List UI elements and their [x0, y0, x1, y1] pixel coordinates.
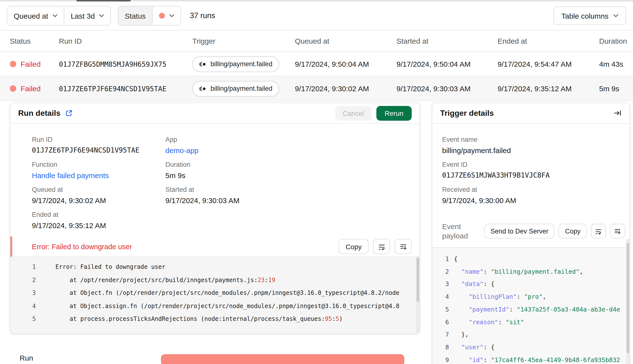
copy-error-button[interactable]: Copy	[339, 239, 368, 254]
field-duration: Duration 5m 9s	[165, 160, 420, 180]
payload-scrollbar-thumb[interactable]	[626, 243, 629, 353]
failed-dot-icon	[10, 61, 16, 67]
stack-trace-scrollbar-thumb[interactable]	[416, 258, 419, 302]
queued-at-cell: 9/17/2024, 9:30:02 AM	[295, 84, 396, 93]
run-details-title: Run details	[18, 109, 60, 118]
table-columns-label: Table columns	[561, 12, 608, 20]
external-link-icon[interactable]	[65, 110, 72, 117]
word-wrap-toggle-button[interactable]	[373, 239, 390, 254]
run-id-cell: 01J7ZFBG5DMM85MJA9H659JX75	[59, 60, 192, 68]
collapse-panel-icon[interactable]	[613, 109, 622, 117]
col-header-started-at: Started at	[396, 37, 498, 45]
error-title: Error: Failed to downgrade user	[32, 242, 132, 250]
event-badge-label: billing/payment.failed	[210, 85, 272, 92]
failed-status-dot-icon	[159, 13, 165, 19]
status-cell: Failed	[10, 84, 59, 93]
col-header-ended-at: Ended at	[498, 37, 599, 45]
status-text: Failed	[20, 60, 41, 68]
run-details-header: Run details Cancel Rerun	[10, 103, 420, 124]
status-filter-label-segment: Status	[118, 6, 152, 25]
word-wrap-icon	[595, 228, 602, 235]
event-pulse-icon	[199, 61, 206, 67]
col-header-status: Status	[10, 37, 59, 45]
field-started-at: Started at 9/17/2024, 9:30:03 AM	[165, 186, 420, 206]
status-filter-group: Status	[118, 6, 181, 26]
status-filter-dropdown[interactable]	[152, 6, 180, 25]
field-received-at: Received at 9/17/2024, 9:30:00 AM	[442, 186, 630, 206]
horizontal-scrollbar[interactable]	[0, 0, 633, 2]
event-badge: billing/payment.failed	[192, 56, 279, 72]
run-details-panel: Run details Cancel Rerun Run ID 01J7ZE6T…	[10, 102, 420, 334]
status-filter-label: Status	[125, 12, 146, 20]
trigger-cell: billing/payment.failed	[192, 56, 295, 72]
chevron-down-icon	[52, 14, 58, 17]
duration-cell: 4m 43s	[599, 60, 633, 68]
ended-at-cell: 9/17/2024, 9:54:47 AM	[498, 60, 599, 68]
payload-scroll-to-bottom-button[interactable]	[610, 224, 625, 238]
time-filter-group: Queued at Last 3d	[7, 6, 111, 26]
stack-trace-scrollbar[interactable]	[416, 256, 420, 334]
field-filter-dropdown[interactable]: Queued at	[7, 6, 64, 25]
runs-table-header: Status Run ID Trigger Queued at Started …	[0, 30, 633, 52]
event-pulse-icon	[199, 86, 206, 92]
field-queued-at: Queued at 9/17/2024, 9:30:02 AM	[32, 186, 165, 206]
field-event-name: Event name billing/payment.failed	[442, 136, 630, 156]
field-app: App demo-app	[165, 136, 420, 156]
event-payload-actions: Send to Dev Server Copy	[484, 224, 625, 238]
table-columns-button[interactable]: Table columns	[554, 6, 626, 25]
run-row[interactable]: Failed 01J7ZFBG5DMM85MJA9H659JX75 billin…	[0, 52, 633, 76]
run-row-selected[interactable]: Failed 01J7ZE6TPJF6E94NCSD1V95TAE billin…	[0, 76, 633, 101]
event-payload-label: Event payload	[442, 222, 478, 240]
error-banner: Error: Failed to downgrade user Copy	[10, 236, 420, 256]
field-event-id: Event ID 01J7ZE6S1MJWA33HT9B1VJC8FA	[442, 160, 630, 180]
rerun-button[interactable]: Rerun	[376, 106, 412, 120]
app-link[interactable]: demo-app	[165, 145, 420, 156]
scroll-to-bottom-button[interactable]	[394, 239, 412, 254]
runs-count: 37 runs	[190, 11, 215, 20]
field-run-id: Run ID 01J7ZE6TPJF6E94NCSD1V95TAE	[32, 136, 165, 156]
duration-cell: 5m 9s	[599, 84, 633, 93]
cancel-button[interactable]: Cancel	[336, 106, 372, 120]
error-actions: Copy	[339, 239, 412, 254]
runs-page: Queued at Last 3d Status 37 runs Table c…	[0, 0, 633, 364]
event-payload-code[interactable]: 1{2 "name": "billing/payment.failed",3 "…	[432, 247, 630, 364]
event-badge: billing/payment.failed	[192, 81, 279, 96]
event-payload-header: Event payload Send to Dev Server Copy	[432, 218, 630, 244]
field-function: Function Handle failed payments	[32, 160, 165, 180]
started-at-cell: 9/17/2024, 9:30:03 AM	[396, 84, 498, 93]
send-to-dev-server-button[interactable]: Send to Dev Server	[484, 224, 555, 238]
field-ended-at: Ended at 9/17/2024, 9:35:12 AM	[32, 210, 165, 230]
chevron-down-icon	[99, 14, 104, 17]
chevron-down-icon	[169, 14, 174, 17]
payload-scrollbar[interactable]	[626, 239, 630, 364]
col-header-trigger: Trigger	[192, 37, 295, 45]
payload-word-wrap-button[interactable]	[591, 224, 606, 238]
run-id-cell: 01J7ZE6TPJF6E94NCSD1V95TAE	[59, 84, 192, 92]
scroll-to-bottom-icon	[399, 242, 407, 250]
status-cell: Failed	[10, 60, 59, 68]
horizontal-scrollbar-thumb[interactable]	[76, 0, 130, 2]
status-text: Failed	[20, 84, 41, 93]
time-range-label: Last 3d	[71, 12, 95, 20]
stack-trace-code[interactable]: 1Error: Failed to downgrade user2 at /op…	[10, 256, 420, 334]
trigger-cell: billing/payment.failed	[192, 81, 295, 96]
filters-toolbar: Queued at Last 3d Status 37 runs Table c…	[0, 2, 633, 30]
trigger-details-header: Trigger details	[432, 103, 630, 124]
field-filter-label: Queued at	[14, 12, 48, 20]
timeline-run-bar[interactable]	[161, 354, 404, 364]
trigger-details-panel: Trigger details Event name billing/payme…	[432, 102, 630, 364]
word-wrap-icon	[378, 242, 386, 250]
col-header-run-id: Run ID	[59, 37, 192, 45]
col-header-duration: Duration	[599, 37, 633, 45]
timeline-run-label: Run	[20, 354, 33, 362]
time-range-dropdown[interactable]: Last 3d	[64, 6, 110, 25]
chevron-down-icon	[613, 14, 618, 17]
failed-dot-icon	[10, 85, 16, 92]
started-at-cell: 9/17/2024, 9:50:04 AM	[396, 60, 498, 68]
col-header-queued-at: Queued at	[295, 37, 396, 45]
scroll-to-bottom-icon	[614, 228, 621, 235]
trigger-details-fields: Event name billing/payment.failed Event …	[432, 124, 630, 210]
function-link[interactable]: Handle failed payments	[32, 170, 165, 180]
copy-payload-button[interactable]: Copy	[559, 224, 587, 238]
queued-at-cell: 9/17/2024, 9:50:04 AM	[295, 60, 396, 68]
